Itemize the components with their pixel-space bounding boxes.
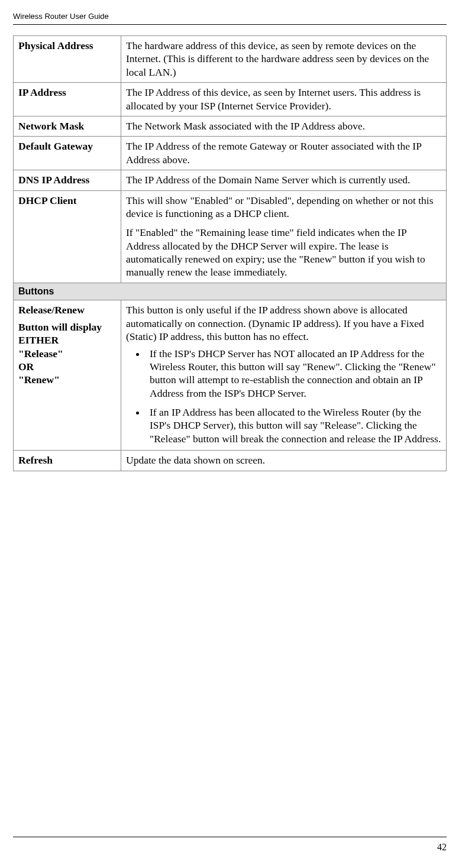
dhcp-para-1: This will show "Enabled" or "Disabled", …	[126, 194, 441, 221]
table-row: Default Gateway The IP Address of the re…	[14, 137, 447, 170]
table-row: Network Mask The Network Mask associated…	[14, 116, 447, 136]
release-renew-bullets: If the ISP's DHCP Server has NOT allocat…	[126, 347, 441, 446]
label-sub-line: "Release"	[18, 348, 63, 359]
row-label: Network Mask	[14, 116, 121, 136]
reference-table: Physical Address The hardware address of…	[13, 35, 447, 471]
table-row: DHCP Client This will show "Enabled" or …	[14, 190, 447, 283]
list-item: If an IP Address has been allocated to t…	[146, 406, 441, 445]
page-header: Wireless Router User Guide	[13, 12, 447, 25]
section-header-buttons: Buttons	[14, 283, 447, 300]
label-sub-line: Button will display EITHER	[18, 321, 102, 346]
row-label: DNS IP Address	[14, 170, 121, 190]
table-row: IP Address The IP Address of this device…	[14, 83, 447, 116]
section-row: Buttons	[14, 283, 447, 300]
label-sub-line: "Renew"	[18, 374, 60, 386]
table-row: Physical Address The hardware address of…	[14, 36, 447, 83]
row-label: Physical Address	[14, 36, 121, 83]
row-label: Default Gateway	[14, 137, 121, 170]
row-description: The Network Mask associated with the IP …	[121, 116, 447, 136]
table-row: Refresh Update the data shown on screen.	[14, 451, 447, 471]
footer-divider	[13, 837, 447, 837]
dhcp-para-2: If "Enabled" the "Remaining lease time" …	[126, 226, 441, 279]
row-description: This will show "Enabled" or "Disabled", …	[121, 190, 447, 283]
row-label: Release/Renew Button will display EITHER…	[14, 300, 121, 451]
row-description: The IP Address of the remote Gateway or …	[121, 137, 447, 170]
row-description: The IP Address of this device, as seen b…	[121, 83, 447, 116]
table-row: Release/Renew Button will display EITHER…	[14, 300, 447, 451]
page-number: 42	[437, 842, 447, 853]
row-description: The IP Address of the Domain Name Server…	[121, 170, 447, 190]
release-renew-sub-label: Button will display EITHER "Release" OR …	[18, 320, 116, 387]
release-renew-main-label: Release/Renew	[18, 303, 116, 316]
list-item: If the ISP's DHCP Server has NOT allocat…	[146, 347, 441, 400]
row-description: This button is only useful if the IP add…	[121, 300, 447, 451]
release-renew-intro: This button is only useful if the IP add…	[126, 303, 441, 343]
row-label: DHCP Client	[14, 190, 121, 283]
row-description: Update the data shown on screen.	[121, 451, 447, 471]
row-description: The hardware address of this device, as …	[121, 36, 447, 83]
row-label: IP Address	[14, 83, 121, 116]
table-row: DNS IP Address The IP Address of the Dom…	[14, 170, 447, 190]
label-sub-line: OR	[18, 361, 34, 373]
row-label: Refresh	[14, 451, 121, 471]
